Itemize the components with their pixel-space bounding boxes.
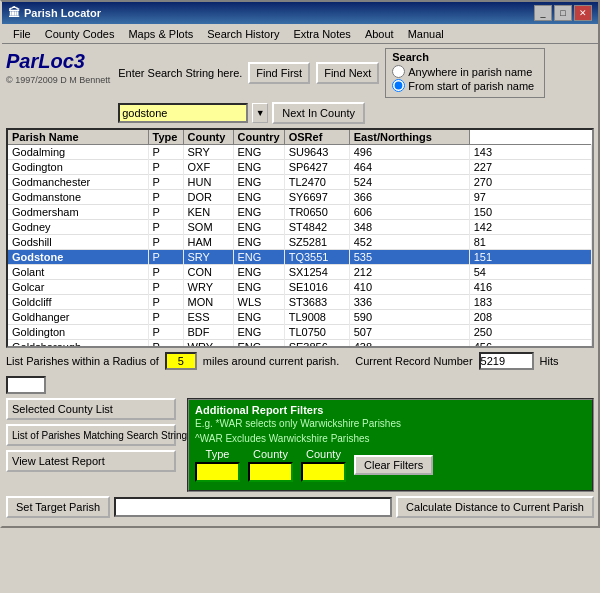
record-label: Current Record Number [355,355,472,367]
anywhere-label: Anywhere in parish name [408,66,532,78]
selected-county-button[interactable]: Selected County List [6,398,176,420]
col-parish-name: Parish Name [8,130,148,145]
table-row[interactable]: GodshillPHAMENGSZ528145281 [8,235,592,250]
table-row[interactable]: GodmanstonePDORENGSY669736697 [8,190,592,205]
table-row[interactable]: GoldhangerPESSENGTL9008590208 [8,310,592,325]
title-bar-text: Parish Locator [24,7,101,19]
table-row[interactable]: GoldingtonPBDFENGTL0750507250 [8,325,592,340]
hits-label: Hits [540,355,559,367]
filters-box: Additional Report Filters E.g. *WAR sele… [187,398,594,492]
menu-item-manual[interactable]: Manual [401,25,451,43]
radius-label: List Parishes within a Radius of [6,355,159,367]
parish-table: Parish Name Type County Country OSRef Ea… [8,130,592,348]
filters-title: Additional Report Filters [195,404,586,416]
table-row[interactable]: GodmershamPKENENGTR0650606150 [8,205,592,220]
hits-input[interactable] [6,376,46,394]
search-input[interactable] [118,103,248,123]
table-row[interactable]: GodneyPSOMENGST4842348142 [8,220,592,235]
filter-county2-input[interactable] [301,462,346,482]
filters-hint: E.g. *WAR selects only Warwickshire Pari… [195,418,586,429]
miles-label: miles around current parish. [203,355,339,367]
col-type: Type [148,130,183,145]
clear-filters-button[interactable]: Clear Filters [354,455,433,475]
menu-bar: FileCounty CodesMaps & PlotsSearch Histo… [2,24,598,44]
app-title: ParLoc3 [6,48,110,73]
find-first-button[interactable]: Find First [248,62,310,84]
fromstart-label: From start of parish name [408,80,534,92]
maximize-button[interactable]: □ [554,5,572,21]
search-options-group: Search Anywhere in parish name From star… [385,48,545,98]
view-latest-report-button[interactable]: View Latest Report [6,450,176,472]
filter-county1-label: County [253,448,288,460]
filter-county1-input[interactable] [248,462,293,482]
col-osref: OSRef [284,130,349,145]
col-county: County [183,130,233,145]
search-group-title: Search [392,51,538,63]
next-in-county-button[interactable]: Next In County [272,102,365,124]
radius-input[interactable] [165,352,197,370]
table-row[interactable]: GodingtonPOXFENGSP6427464227 [8,160,592,175]
calculate-distance-button[interactable]: Calculate Distance to Current Parish [396,496,594,518]
title-bar: 🏛 Parish Locator _ □ ✕ [2,2,598,24]
filters-hint2: ^WAR Excludes Warwickshire Parishes [195,433,586,444]
copyright-text: © 1997/2009 D M Bennett [6,75,110,85]
target-parish-input[interactable] [114,497,392,517]
col-eastnorthings: East/Northings [349,130,469,145]
menu-item-extra-notes[interactable]: Extra Notes [286,25,357,43]
menu-item-maps--plots[interactable]: Maps & Plots [121,25,200,43]
menu-item-search-history[interactable]: Search History [200,25,286,43]
table-row[interactable]: GolcarPWRYENGSE1016410416 [8,280,592,295]
filter-county2-label: County [306,448,341,460]
set-target-button[interactable]: Set Target Parish [6,496,110,518]
menu-item-about[interactable]: About [358,25,401,43]
find-next-button[interactable]: Find Next [316,62,379,84]
anywhere-radio[interactable] [392,65,405,78]
filter-type-label: Type [206,448,230,460]
table-row[interactable]: GolantPCONENGSX125421254 [8,265,592,280]
matching-parishes-button[interactable]: List of Parishes Matching Search String [6,424,176,446]
table-row[interactable]: GoldcliffPMONWLSST3683336183 [8,295,592,310]
minimize-button[interactable]: _ [534,5,552,21]
close-button[interactable]: ✕ [574,5,592,21]
table-row[interactable]: GoldsboroughPWRYENGSE3856438456 [8,340,592,349]
menu-item-file[interactable]: File [6,25,38,43]
table-row[interactable]: GodstonePSRYENGTQ3551535151 [8,250,592,265]
menu-item-county-codes[interactable]: County Codes [38,25,122,43]
record-number-input[interactable] [479,352,534,370]
table-row[interactable]: GodalmingPSRYENGSU9643496143 [8,145,592,160]
fromstart-radio[interactable] [392,79,405,92]
parish-table-wrapper: Parish Name Type County Country OSRef Ea… [6,128,594,348]
app-icon: 🏛 [8,6,20,20]
combo-dropdown-button[interactable]: ▼ [252,103,268,123]
enter-label: Enter Search String here. [118,67,242,79]
table-row[interactable]: GodmanchesterPHUNENGTL2470524270 [8,175,592,190]
filter-type-input[interactable] [195,462,240,482]
col-country: Country [233,130,284,145]
